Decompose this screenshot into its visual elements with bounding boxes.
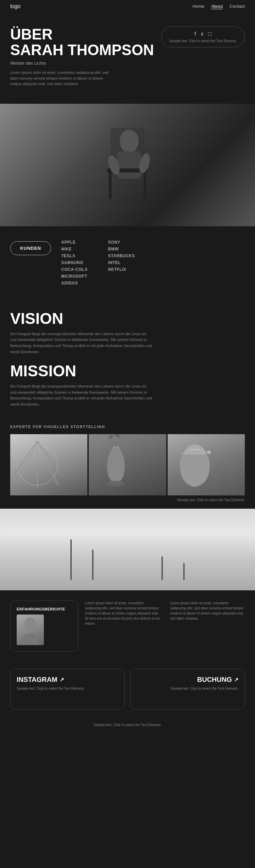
client-apple: APPLE xyxy=(61,240,88,245)
client-starbucks: STARBUCKS xyxy=(108,253,135,258)
svg-rect-4 xyxy=(143,172,146,199)
photo-cell-1 xyxy=(10,434,87,495)
nav-logo: logo xyxy=(10,3,20,10)
buchung-cta-title: BUCHUNG ↗ xyxy=(137,676,238,684)
pole-4 xyxy=(183,563,185,580)
clients-button[interactable]: KUNDEN xyxy=(10,241,51,255)
cta-section: INSTAGRAM ↗ Sample text. Click to select… xyxy=(0,662,255,720)
nav-home[interactable]: Home xyxy=(193,4,205,9)
client-tesla: TESLA xyxy=(61,253,88,258)
storytelling-heading: EXPERTE FÜR VISUELLES STORYTELLING xyxy=(10,425,245,429)
landscape-section xyxy=(0,509,255,590)
instagram-icon[interactable]: □ xyxy=(208,31,211,37)
clients-list: APPLE NIKE TESLA SAMSUNG COCA-COLA MICRO… xyxy=(61,240,245,285)
client-adidas: ADIDAS xyxy=(61,281,88,285)
svg-line-11 xyxy=(37,441,65,478)
svg-point-18 xyxy=(108,434,114,439)
instagram-cta-title: INSTAGRAM ↗ xyxy=(17,676,118,684)
photo-cell-3 xyxy=(168,434,245,495)
clients-section: KUNDEN APPLE NIKE TESLA SAMSUNG COCA-COL… xyxy=(0,226,255,299)
social-icons: f x □ xyxy=(194,31,211,37)
buchung-cta-sample: Sample text. Click to select the Text El… xyxy=(137,686,238,691)
svg-rect-2 xyxy=(117,151,141,179)
nav-about[interactable]: About xyxy=(211,4,223,9)
client-samsung: SAMSUNG xyxy=(61,260,88,265)
vision-text: Ein Fotograf fängt die unvergesslichsten… xyxy=(10,331,153,355)
vm-section: VISION Ein Fotograf fängt die unvergessl… xyxy=(0,299,255,421)
social-sample-text: Sample text. Click to select the Text El… xyxy=(169,39,237,43)
testimonial-card: ERFAHRUNGSBERICHTE xyxy=(10,601,78,652)
clients-col-1: APPLE NIKE TESLA SAMSUNG COCA-COLA MICRO… xyxy=(61,240,88,285)
client-netflix: NETFLIX xyxy=(108,267,135,272)
testimonial-image xyxy=(17,615,44,645)
mission-title: MISSION xyxy=(10,362,245,380)
client-sony: SONY xyxy=(108,240,135,245)
photo-grid xyxy=(10,434,245,495)
social-box: f x □ Sample text. Click to select the T… xyxy=(161,27,245,47)
svg-rect-3 xyxy=(109,172,112,199)
vision-title: VISION xyxy=(10,309,245,328)
client-nike: NIKE xyxy=(61,247,88,251)
svg-point-15 xyxy=(107,481,124,486)
nav-links: Home About Contact xyxy=(193,4,245,9)
svg-line-16 xyxy=(111,438,116,448)
storytelling-sample: Sample text. Click to select the Text El… xyxy=(10,495,245,502)
instagram-cta-sample: Sample text. Click to select the Text El… xyxy=(17,686,118,691)
svg-line-12 xyxy=(14,441,37,475)
instagram-arrow-icon: ↗ xyxy=(60,676,64,683)
hero-section: ÜBER SARAH THOMPSON Meister des Lichts L… xyxy=(0,13,255,104)
pole-2 xyxy=(92,550,94,580)
landscape-image xyxy=(0,509,255,590)
testimonial-text-1: Lorem ipsum dolor sit amet, consetetur s… xyxy=(85,601,160,626)
clients-col-2: SONY BMW STARBUCKS INTEL NETFLIX xyxy=(108,240,135,285)
photo-cell-2 xyxy=(89,434,166,495)
instagram-cta-card[interactable]: INSTAGRAM ↗ Sample text. Click to select… xyxy=(10,669,125,709)
pole-3 xyxy=(162,556,163,580)
svg-line-10 xyxy=(37,441,58,485)
twitter-x-icon[interactable]: x xyxy=(201,31,203,37)
buchung-arrow-icon: ↗ xyxy=(234,676,238,683)
mission-text: Ein Fotograf fängt die unvergesslichsten… xyxy=(10,383,153,407)
client-microsoft: MICROSOFT xyxy=(61,274,88,279)
client-cocacola: COCA-COLA xyxy=(61,267,88,272)
portrait-image xyxy=(0,104,255,226)
facebook-icon[interactable]: f xyxy=(194,31,196,37)
testimonials-section: ERFAHRUNGSBERICHTE Lorem ipsum dolor sit… xyxy=(0,590,255,662)
svg-line-17 xyxy=(116,436,118,448)
svg-point-21 xyxy=(24,617,36,631)
nav-contact[interactable]: Contact xyxy=(230,4,245,9)
portrait-section xyxy=(0,104,255,226)
hero-title: ÜBER SARAH THOMPSON xyxy=(10,27,154,58)
hero-description: Lorem ipsum dolor sit amet, consetetur s… xyxy=(10,70,109,87)
client-bmw: BMW xyxy=(108,247,135,251)
hero-subtitle: Meister des Lichts xyxy=(10,61,154,66)
client-intel: INTEL xyxy=(108,260,135,265)
navbar: logo Home About Contact xyxy=(0,0,255,13)
buchung-cta-card[interactable]: BUCHUNG ↗ Sample text. Click to select t… xyxy=(130,669,245,709)
storytelling-section: EXPERTE FÜR VISUELLES STORYTELLING xyxy=(0,421,255,509)
poles-decoration xyxy=(70,539,185,580)
testimonials-title: ERFAHRUNGSBERICHTE xyxy=(17,607,72,611)
testimonial-text-2: Lorem ipsum dolor sit amet, consetetur s… xyxy=(170,601,245,621)
svg-point-1 xyxy=(120,130,139,153)
bottom-sample-text: Sample text. Click to select the Text El… xyxy=(0,720,255,730)
svg-line-8 xyxy=(17,441,37,485)
pole-1 xyxy=(70,539,72,580)
